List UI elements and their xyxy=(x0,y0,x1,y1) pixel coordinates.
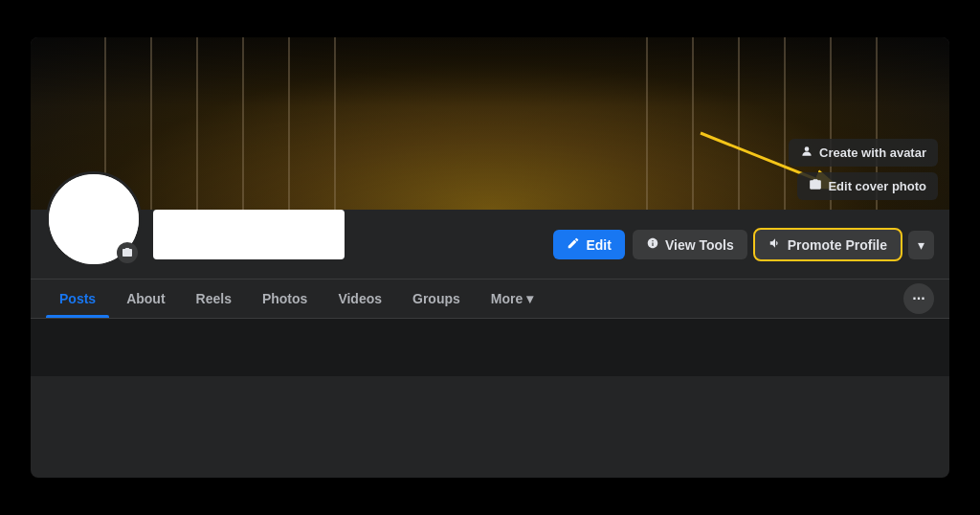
edit-button[interactable]: Edit xyxy=(553,230,624,259)
tools-icon xyxy=(646,236,659,253)
camera-cover-icon xyxy=(809,178,822,194)
tab-photos[interactable]: Photos xyxy=(249,280,321,318)
edit-cover-button[interactable]: Edit cover photo xyxy=(797,172,938,200)
avatar-camera-button[interactable] xyxy=(117,242,138,263)
tab-posts[interactable]: Posts xyxy=(46,280,109,318)
avatar-icon xyxy=(800,145,813,161)
avatar-container xyxy=(46,171,142,267)
profile-name-area xyxy=(153,210,542,267)
cover-actions: Create with avatar Edit cover photo xyxy=(789,139,938,200)
outer-frame: Create with avatar Edit cover photo xyxy=(0,0,980,515)
ellipsis-icon: ··· xyxy=(912,290,924,307)
profile-section: Edit View Tools Promote Profile ▾ xyxy=(31,210,949,280)
promote-icon xyxy=(768,236,782,253)
tab-reels[interactable]: Reels xyxy=(183,280,245,318)
edit-cover-label: Edit cover photo xyxy=(828,179,926,193)
promote-label: Promote Profile xyxy=(788,237,887,253)
view-tools-button[interactable]: View Tools xyxy=(633,230,747,259)
tab-groups[interactable]: Groups xyxy=(399,280,474,318)
browser-window: Create with avatar Edit cover photo xyxy=(31,37,949,478)
pencil-icon xyxy=(567,236,580,253)
more-dropdown-button[interactable]: ▾ xyxy=(908,231,934,259)
profile-name-block xyxy=(153,210,345,259)
create-avatar-label: Create with avatar xyxy=(819,146,926,160)
cover-photo: Create with avatar Edit cover photo xyxy=(31,37,949,210)
profile-actions: Edit View Tools Promote Profile ▾ xyxy=(553,230,934,267)
chevron-down-icon: ▾ xyxy=(526,291,533,306)
tab-more[interactable]: More ▾ xyxy=(478,280,546,318)
view-tools-label: View Tools xyxy=(665,237,734,253)
svg-point-2 xyxy=(805,146,810,151)
edit-label: Edit xyxy=(586,237,611,253)
nav-ellipsis-button[interactable]: ··· xyxy=(903,283,934,314)
tab-about[interactable]: About xyxy=(113,280,178,318)
tab-videos[interactable]: Videos xyxy=(324,280,395,318)
nav-tabs: Posts About Reels Photos Videos Groups M… xyxy=(31,280,949,319)
content-area xyxy=(31,319,949,376)
promote-profile-button[interactable]: Promote Profile xyxy=(755,230,901,259)
create-avatar-button[interactable]: Create with avatar xyxy=(789,139,938,167)
chevron-down-icon: ▾ xyxy=(918,237,924,253)
